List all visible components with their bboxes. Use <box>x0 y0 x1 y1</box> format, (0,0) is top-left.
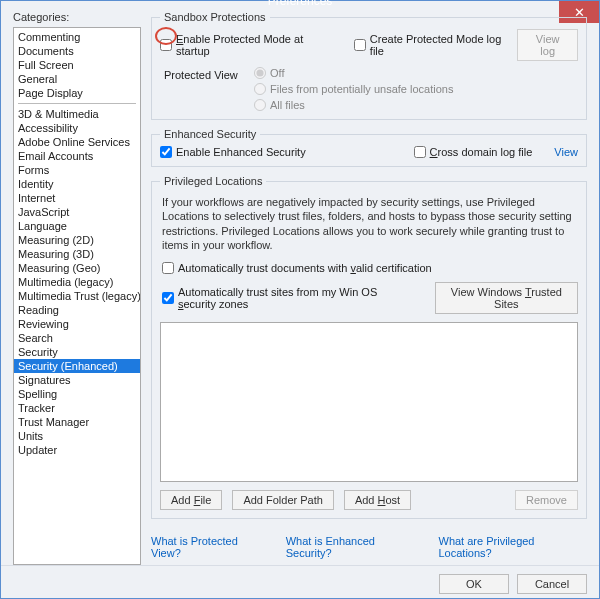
window-title: Preferences <box>1 0 599 8</box>
auto-trust-doc-checkbox[interactable]: Automatically trust documents with valid… <box>162 262 578 274</box>
add-file-button[interactable]: Add File <box>160 490 222 510</box>
pv-unsafe-radio[interactable]: Files from potentially unsafe locations <box>254 83 453 95</box>
category-item[interactable]: Multimedia (legacy) <box>14 275 140 289</box>
category-item[interactable]: Measuring (3D) <box>14 247 140 261</box>
sandbox-row: Enable Protected Mode at startup Create … <box>160 29 578 61</box>
category-item[interactable]: Identity <box>14 177 140 191</box>
main-panel: Sandbox Protections Enable Protected Mod… <box>151 11 587 565</box>
category-item[interactable]: Language <box>14 219 140 233</box>
view-log-button[interactable]: View log <box>517 29 578 61</box>
help-enhanced-security-link[interactable]: What is Enhanced Security? <box>286 535 421 559</box>
category-item[interactable]: Units <box>14 429 140 443</box>
protected-view-label: Protected View <box>164 67 254 81</box>
view-trusted-sites-button[interactable]: View Windows Trusted Sites <box>435 282 578 314</box>
sandbox-legend: Sandbox Protections <box>160 11 270 23</box>
category-item[interactable]: Measuring (Geo) <box>14 261 140 275</box>
categories-column: Categories: CommentingDocumentsFull Scre… <box>13 11 141 565</box>
category-item[interactable]: General <box>14 72 140 86</box>
category-item[interactable]: Security <box>14 345 140 359</box>
category-item[interactable]: Measuring (2D) <box>14 233 140 247</box>
category-item[interactable]: Spelling <box>14 387 140 401</box>
pv-off-radio[interactable]: Off <box>254 67 453 79</box>
category-item[interactable]: Search <box>14 331 140 345</box>
enable-enhanced-checkbox[interactable]: Enable Enhanced Security <box>160 146 306 158</box>
dialog-body: Categories: CommentingDocumentsFull Scre… <box>1 1 599 565</box>
category-item[interactable]: 3D & Multimedia <box>14 107 140 121</box>
category-item[interactable]: Commenting <box>14 30 140 44</box>
create-log-checkbox[interactable]: Create Protected Mode log file <box>354 33 508 57</box>
category-item[interactable]: Full Screen <box>14 58 140 72</box>
category-item[interactable]: Security (Enhanced) <box>14 359 140 373</box>
categories-label: Categories: <box>13 11 141 23</box>
category-item[interactable]: Reading <box>14 303 140 317</box>
protected-view-options: Off Files from potentially unsafe locati… <box>254 67 453 111</box>
help-protected-view-link[interactable]: What is Protected View? <box>151 535 268 559</box>
category-separator <box>18 103 136 104</box>
privileged-locations-group: Privileged Locations If your workflows a… <box>151 175 587 519</box>
help-privileged-locations-link[interactable]: What are Privileged Locations? <box>439 535 588 559</box>
ok-button[interactable]: OK <box>439 574 509 594</box>
priv-legend: Privileged Locations <box>160 175 266 187</box>
category-item[interactable]: Accessibility <box>14 121 140 135</box>
preferences-window: Preferences ✕ Categories: CommentingDocu… <box>0 0 600 599</box>
help-links-row: What is Protected View? What is Enhanced… <box>151 527 587 565</box>
remove-button[interactable]: Remove <box>515 490 578 510</box>
sandbox-group: Sandbox Protections Enable Protected Mod… <box>151 11 587 120</box>
add-folder-button[interactable]: Add Folder Path <box>232 490 334 510</box>
category-item[interactable]: Trust Manager <box>14 415 140 429</box>
category-item[interactable]: Documents <box>14 44 140 58</box>
enhanced-legend: Enhanced Security <box>160 128 260 140</box>
priv-description: If your workflows are negatively impacte… <box>162 195 578 252</box>
priv-buttons-row: Add File Add Folder Path Add Host Remove <box>160 490 578 510</box>
category-item[interactable]: JavaScript <box>14 205 140 219</box>
add-host-button[interactable]: Add Host <box>344 490 411 510</box>
enable-protected-mode-checkbox[interactable]: Enable Protected Mode at startup <box>160 33 328 57</box>
auto-trust-zone-row: Automatically trust sites from my Win OS… <box>162 282 578 314</box>
category-item[interactable]: Tracker <box>14 401 140 415</box>
dialog-footer: OK Cancel <box>1 565 599 599</box>
protected-view-row: Protected View Off Files from potentiall… <box>160 67 578 111</box>
category-item[interactable]: Adobe Online Services <box>14 135 140 149</box>
enhanced-row: Enable Enhanced Security Cross domain lo… <box>160 146 578 158</box>
category-item[interactable]: Internet <box>14 191 140 205</box>
category-item[interactable]: Signatures <box>14 373 140 387</box>
enhanced-security-group: Enhanced Security Enable Enhanced Securi… <box>151 128 587 167</box>
category-item[interactable]: Updater <box>14 443 140 457</box>
categories-list[interactable]: CommentingDocumentsFull ScreenGeneralPag… <box>13 27 141 565</box>
cross-domain-log-checkbox[interactable]: Cross domain log file <box>414 146 533 158</box>
pv-all-radio[interactable]: All files <box>254 99 453 111</box>
category-item[interactable]: Forms <box>14 163 140 177</box>
category-item[interactable]: Reviewing <box>14 317 140 331</box>
priv-locations-listbox[interactable] <box>160 322 578 482</box>
view-cross-log-link[interactable]: View <box>554 146 578 158</box>
category-item[interactable]: Multimedia Trust (legacy) <box>14 289 140 303</box>
category-item[interactable]: Page Display <box>14 86 140 100</box>
category-item[interactable]: Email Accounts <box>14 149 140 163</box>
auto-trust-zone-checkbox[interactable]: Automatically trust sites from my Win OS… <box>162 286 415 310</box>
cancel-button[interactable]: Cancel <box>517 574 587 594</box>
